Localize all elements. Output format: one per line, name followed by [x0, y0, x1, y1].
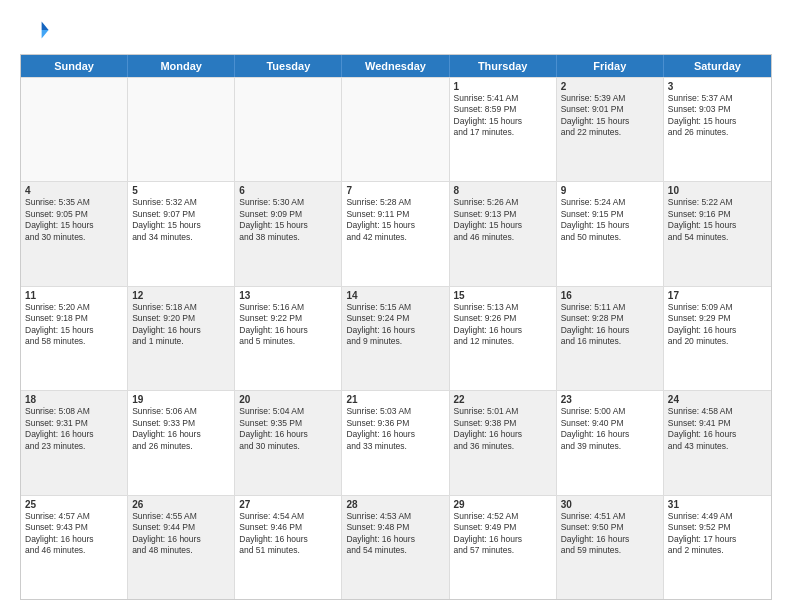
cal-cell-4-5: 30Sunrise: 4:51 AM Sunset: 9:50 PM Dayli…: [557, 496, 664, 599]
cell-info: Sunrise: 5:08 AM Sunset: 9:31 PM Dayligh…: [25, 406, 123, 452]
day-number: 2: [561, 81, 659, 92]
cell-info: Sunrise: 5:30 AM Sunset: 9:09 PM Dayligh…: [239, 197, 337, 243]
cell-info: Sunrise: 5:22 AM Sunset: 9:16 PM Dayligh…: [668, 197, 767, 243]
cal-cell-4-0: 25Sunrise: 4:57 AM Sunset: 9:43 PM Dayli…: [21, 496, 128, 599]
day-header-thursday: Thursday: [450, 55, 557, 77]
day-number: 27: [239, 499, 337, 510]
cal-cell-2-4: 15Sunrise: 5:13 AM Sunset: 9:26 PM Dayli…: [450, 287, 557, 390]
day-number: 31: [668, 499, 767, 510]
calendar-row-3: 18Sunrise: 5:08 AM Sunset: 9:31 PM Dayli…: [21, 390, 771, 494]
logo: [20, 16, 50, 44]
cal-cell-0-6: 3Sunrise: 5:37 AM Sunset: 9:03 PM Daylig…: [664, 78, 771, 181]
cal-cell-0-1: [128, 78, 235, 181]
cal-cell-0-2: [235, 78, 342, 181]
day-header-friday: Friday: [557, 55, 664, 77]
cell-info: Sunrise: 4:52 AM Sunset: 9:49 PM Dayligh…: [454, 511, 552, 557]
cell-info: Sunrise: 5:28 AM Sunset: 9:11 PM Dayligh…: [346, 197, 444, 243]
cal-cell-0-4: 1Sunrise: 5:41 AM Sunset: 8:59 PM Daylig…: [450, 78, 557, 181]
cal-cell-0-3: [342, 78, 449, 181]
cell-info: Sunrise: 5:04 AM Sunset: 9:35 PM Dayligh…: [239, 406, 337, 452]
day-number: 7: [346, 185, 444, 196]
day-number: 13: [239, 290, 337, 301]
cell-info: Sunrise: 4:49 AM Sunset: 9:52 PM Dayligh…: [668, 511, 767, 557]
day-number: 18: [25, 394, 123, 405]
day-number: 11: [25, 290, 123, 301]
day-number: 3: [668, 81, 767, 92]
cell-info: Sunrise: 5:18 AM Sunset: 9:20 PM Dayligh…: [132, 302, 230, 348]
cell-info: Sunrise: 5:01 AM Sunset: 9:38 PM Dayligh…: [454, 406, 552, 452]
cal-cell-2-2: 13Sunrise: 5:16 AM Sunset: 9:22 PM Dayli…: [235, 287, 342, 390]
cell-info: Sunrise: 4:53 AM Sunset: 9:48 PM Dayligh…: [346, 511, 444, 557]
cal-cell-2-1: 12Sunrise: 5:18 AM Sunset: 9:20 PM Dayli…: [128, 287, 235, 390]
cell-info: Sunrise: 5:06 AM Sunset: 9:33 PM Dayligh…: [132, 406, 230, 452]
day-number: 17: [668, 290, 767, 301]
day-header-monday: Monday: [128, 55, 235, 77]
cal-cell-1-0: 4Sunrise: 5:35 AM Sunset: 9:05 PM Daylig…: [21, 182, 128, 285]
calendar-row-4: 25Sunrise: 4:57 AM Sunset: 9:43 PM Dayli…: [21, 495, 771, 599]
cal-cell-1-2: 6Sunrise: 5:30 AM Sunset: 9:09 PM Daylig…: [235, 182, 342, 285]
cal-cell-3-5: 23Sunrise: 5:00 AM Sunset: 9:40 PM Dayli…: [557, 391, 664, 494]
logo-icon: [22, 16, 50, 44]
cal-cell-4-4: 29Sunrise: 4:52 AM Sunset: 9:49 PM Dayli…: [450, 496, 557, 599]
calendar-body: 1Sunrise: 5:41 AM Sunset: 8:59 PM Daylig…: [21, 77, 771, 599]
cal-cell-0-0: [21, 78, 128, 181]
cal-cell-3-0: 18Sunrise: 5:08 AM Sunset: 9:31 PM Dayli…: [21, 391, 128, 494]
day-number: 9: [561, 185, 659, 196]
cell-info: Sunrise: 5:03 AM Sunset: 9:36 PM Dayligh…: [346, 406, 444, 452]
day-number: 30: [561, 499, 659, 510]
cell-info: Sunrise: 5:15 AM Sunset: 9:24 PM Dayligh…: [346, 302, 444, 348]
day-number: 5: [132, 185, 230, 196]
calendar-header: SundayMondayTuesdayWednesdayThursdayFrid…: [21, 55, 771, 77]
calendar: SundayMondayTuesdayWednesdayThursdayFrid…: [20, 54, 772, 600]
cell-info: Sunrise: 5:16 AM Sunset: 9:22 PM Dayligh…: [239, 302, 337, 348]
calendar-row-1: 4Sunrise: 5:35 AM Sunset: 9:05 PM Daylig…: [21, 181, 771, 285]
cell-info: Sunrise: 5:41 AM Sunset: 8:59 PM Dayligh…: [454, 93, 552, 139]
cal-cell-1-6: 10Sunrise: 5:22 AM Sunset: 9:16 PM Dayli…: [664, 182, 771, 285]
day-header-sunday: Sunday: [21, 55, 128, 77]
day-number: 1: [454, 81, 552, 92]
day-number: 23: [561, 394, 659, 405]
day-number: 19: [132, 394, 230, 405]
day-number: 26: [132, 499, 230, 510]
day-number: 16: [561, 290, 659, 301]
cal-cell-2-6: 17Sunrise: 5:09 AM Sunset: 9:29 PM Dayli…: [664, 287, 771, 390]
day-number: 12: [132, 290, 230, 301]
cal-cell-3-2: 20Sunrise: 5:04 AM Sunset: 9:35 PM Dayli…: [235, 391, 342, 494]
cell-info: Sunrise: 5:09 AM Sunset: 9:29 PM Dayligh…: [668, 302, 767, 348]
cal-cell-4-6: 31Sunrise: 4:49 AM Sunset: 9:52 PM Dayli…: [664, 496, 771, 599]
day-number: 15: [454, 290, 552, 301]
page: SundayMondayTuesdayWednesdayThursdayFrid…: [0, 0, 792, 612]
cell-info: Sunrise: 4:55 AM Sunset: 9:44 PM Dayligh…: [132, 511, 230, 557]
cell-info: Sunrise: 4:58 AM Sunset: 9:41 PM Dayligh…: [668, 406, 767, 452]
svg-marker-0: [42, 22, 49, 30]
cell-info: Sunrise: 5:37 AM Sunset: 9:03 PM Dayligh…: [668, 93, 767, 139]
cell-info: Sunrise: 5:20 AM Sunset: 9:18 PM Dayligh…: [25, 302, 123, 348]
cal-cell-4-3: 28Sunrise: 4:53 AM Sunset: 9:48 PM Dayli…: [342, 496, 449, 599]
day-number: 22: [454, 394, 552, 405]
calendar-row-0: 1Sunrise: 5:41 AM Sunset: 8:59 PM Daylig…: [21, 77, 771, 181]
day-number: 29: [454, 499, 552, 510]
cell-info: Sunrise: 4:51 AM Sunset: 9:50 PM Dayligh…: [561, 511, 659, 557]
cell-info: Sunrise: 4:54 AM Sunset: 9:46 PM Dayligh…: [239, 511, 337, 557]
day-number: 25: [25, 499, 123, 510]
day-number: 28: [346, 499, 444, 510]
cell-info: Sunrise: 5:11 AM Sunset: 9:28 PM Dayligh…: [561, 302, 659, 348]
cell-info: Sunrise: 5:39 AM Sunset: 9:01 PM Dayligh…: [561, 93, 659, 139]
cal-cell-4-1: 26Sunrise: 4:55 AM Sunset: 9:44 PM Dayli…: [128, 496, 235, 599]
cal-cell-1-3: 7Sunrise: 5:28 AM Sunset: 9:11 PM Daylig…: [342, 182, 449, 285]
cell-info: Sunrise: 5:24 AM Sunset: 9:15 PM Dayligh…: [561, 197, 659, 243]
svg-marker-1: [42, 30, 49, 38]
cell-info: Sunrise: 5:32 AM Sunset: 9:07 PM Dayligh…: [132, 197, 230, 243]
cal-cell-3-3: 21Sunrise: 5:03 AM Sunset: 9:36 PM Dayli…: [342, 391, 449, 494]
cell-info: Sunrise: 5:13 AM Sunset: 9:26 PM Dayligh…: [454, 302, 552, 348]
cell-info: Sunrise: 5:35 AM Sunset: 9:05 PM Dayligh…: [25, 197, 123, 243]
cal-cell-2-0: 11Sunrise: 5:20 AM Sunset: 9:18 PM Dayli…: [21, 287, 128, 390]
cal-cell-3-6: 24Sunrise: 4:58 AM Sunset: 9:41 PM Dayli…: [664, 391, 771, 494]
day-number: 10: [668, 185, 767, 196]
cal-cell-0-5: 2Sunrise: 5:39 AM Sunset: 9:01 PM Daylig…: [557, 78, 664, 181]
cell-info: Sunrise: 5:00 AM Sunset: 9:40 PM Dayligh…: [561, 406, 659, 452]
cal-cell-2-5: 16Sunrise: 5:11 AM Sunset: 9:28 PM Dayli…: [557, 287, 664, 390]
day-number: 20: [239, 394, 337, 405]
header: [20, 16, 772, 44]
day-number: 4: [25, 185, 123, 196]
